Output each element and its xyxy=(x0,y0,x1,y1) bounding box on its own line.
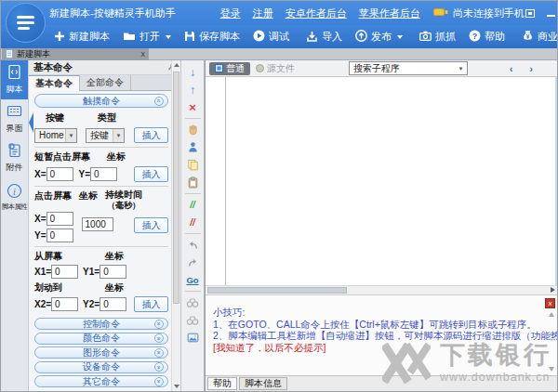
next-icon[interactable]: › xyxy=(529,63,533,74)
move-down-icon[interactable]: ↓ xyxy=(184,65,201,79)
goto-icon[interactable]: Go xyxy=(184,273,201,287)
import-button[interactable]: 导入 xyxy=(299,25,349,48)
save-script-button[interactable]: 保存脚本 xyxy=(178,25,246,48)
business-platform-button[interactable]: ¥ 商业平台 xyxy=(515,25,558,48)
subroutine-nav: ‹ › xyxy=(510,63,553,74)
prev-icon[interactable]: ‹ xyxy=(510,63,513,74)
register-link[interactable]: 注册 xyxy=(253,7,273,20)
drag-hand-icon[interactable] xyxy=(184,123,201,137)
duration-input[interactable] xyxy=(82,217,113,231)
code-editor[interactable] xyxy=(206,77,557,285)
collapse-icon[interactable]: « xyxy=(154,97,164,106)
coord-label: 坐标 xyxy=(105,250,124,263)
document-tab-close-icon[interactable]: x xyxy=(141,50,146,59)
publish-button[interactable]: 发布 xyxy=(349,25,409,48)
publish-dropdown-caret[interactable] xyxy=(397,35,403,39)
expand-icon[interactable]: « xyxy=(154,320,164,329)
tap-x-input[interactable] xyxy=(46,167,73,181)
swipe-y1-input[interactable] xyxy=(100,265,126,279)
help-button[interactable]: ? 帮助 xyxy=(462,25,512,48)
click-label: 点击屏幕 xyxy=(34,189,72,203)
scroll-up-icon[interactable] xyxy=(174,63,179,67)
swipe-x2-input[interactable] xyxy=(51,297,78,311)
insert-swipe-button[interactable]: 插入 xyxy=(134,296,168,312)
tab-help-panel[interactable]: 帮助 xyxy=(207,377,237,390)
capture-button[interactable]: 抓抓 xyxy=(413,25,462,48)
type-select[interactable]: 按键▼ xyxy=(86,128,125,143)
x1-label: X1= xyxy=(34,267,51,277)
delete-line-icon[interactable]: × xyxy=(184,100,201,114)
tab-normal-view[interactable]: 普通 xyxy=(209,62,250,75)
minimize-button[interactable] xyxy=(545,7,557,20)
find-icon[interactable] xyxy=(184,295,201,309)
skin-button[interactable] xyxy=(525,7,537,20)
coord-label: 坐标 xyxy=(79,189,98,203)
section-control-commands[interactable]: 控制命令« xyxy=(34,318,168,330)
tips-scroll-up-icon[interactable] xyxy=(549,312,554,317)
login-link[interactable]: 登录 xyxy=(220,7,241,20)
open-dropdown-caret[interactable] xyxy=(166,35,171,39)
section-touch-commands[interactable]: 触摸命令 « xyxy=(34,94,168,108)
undo-icon[interactable] xyxy=(184,238,201,252)
android-backend-link[interactable]: 安卓作者后台 xyxy=(286,7,347,20)
copy-icon[interactable] xyxy=(184,158,201,172)
debug-button[interactable]: 调试 xyxy=(246,25,296,48)
app-logo-icon[interactable] xyxy=(6,3,46,43)
click-x-input[interactable] xyxy=(46,212,73,226)
expand-icon[interactable]: « xyxy=(154,362,164,372)
section-device-commands[interactable]: 设备命令« xyxy=(34,361,168,373)
swipe-x1-input[interactable] xyxy=(51,265,78,279)
swipe-y2-input[interactable] xyxy=(100,297,126,311)
command-panel-title: 基本命令 xyxy=(33,61,73,74)
tab-all-commands[interactable]: 全部命令 xyxy=(80,75,131,90)
tap-y-input[interactable] xyxy=(90,167,117,181)
divider xyxy=(34,186,168,187)
insert-tap-button[interactable]: 插入 xyxy=(134,166,168,182)
expand-icon[interactable]: « xyxy=(154,377,164,386)
user-command-icon[interactable] xyxy=(184,140,201,154)
new-script-button[interactable]: 新建脚本 xyxy=(47,25,116,48)
y-label: Y= xyxy=(34,230,46,241)
command-panel-scrollbar[interactable] xyxy=(171,60,180,391)
editor-hscrollbar[interactable] xyxy=(206,285,557,294)
ios-backend-link[interactable]: 苹果作者后台 xyxy=(359,7,420,20)
section-other-commands[interactable]: 其它命令« xyxy=(34,375,168,387)
scroll-thumb[interactable] xyxy=(173,72,179,304)
tips-line-1: 1、在GOTO、CALL命令上按住【Ctrl+鼠标左键】可跳转到目标或子程序。 xyxy=(213,319,538,331)
hscroll-right-icon[interactable] xyxy=(551,287,555,293)
tab-script-info-panel[interactable]: 脚本信息 xyxy=(239,377,287,390)
tips-scroll-down-icon[interactable] xyxy=(549,367,554,372)
expand-icon[interactable]: « xyxy=(154,333,164,343)
section-color-commands[interactable]: 颜色命令« xyxy=(34,333,168,345)
comment-icon[interactable]: // xyxy=(184,198,201,212)
section-graphic-commands[interactable]: 图形命令« xyxy=(34,346,168,359)
swipe-to-label: 划动到 xyxy=(34,281,62,294)
expand-icon[interactable]: « xyxy=(154,348,164,358)
nav-item-attachment[interactable]: 附件 xyxy=(1,138,28,177)
redo-icon[interactable] xyxy=(184,255,201,269)
tab-basic-commands[interactable]: 基本命令 xyxy=(29,75,80,91)
click-y-input[interactable] xyxy=(46,229,73,242)
key-select[interactable]: Home▼ xyxy=(34,128,77,143)
tips-close-icon[interactable]: x xyxy=(545,298,555,308)
scroll-down-icon[interactable] xyxy=(174,385,179,388)
hscroll-thumb[interactable] xyxy=(207,287,347,294)
paste-icon[interactable] xyxy=(184,176,201,189)
ui-grid-icon xyxy=(7,103,22,121)
tips-dismiss-link[interactable]: [我知道了，以后不必提示] xyxy=(213,342,538,354)
document-tab[interactable]: 新建脚本 x xyxy=(2,48,149,60)
uncomment-icon[interactable]: // xyxy=(184,216,201,229)
find-next-icon[interactable] xyxy=(184,313,201,327)
insert-key-button[interactable]: 插入 xyxy=(134,127,168,143)
open-button[interactable]: 打开 xyxy=(116,25,178,48)
screenshot-icon[interactable] xyxy=(184,331,201,345)
x-label: X= xyxy=(34,169,46,179)
tab-source-view[interactable]: 源文件 xyxy=(250,62,300,75)
subroutine-search-select[interactable]: 搜索子程序▼ xyxy=(349,61,468,75)
x2-label: X2= xyxy=(34,299,51,309)
nav-item-properties[interactable]: i 脚本属性 xyxy=(1,177,28,216)
nav-item-ui[interactable]: 界面 xyxy=(1,99,28,138)
nav-item-script[interactable]: 脚本 xyxy=(1,60,28,99)
move-up-icon[interactable]: ↑ xyxy=(184,83,201,97)
insert-click-button[interactable]: 插入 xyxy=(134,217,168,233)
